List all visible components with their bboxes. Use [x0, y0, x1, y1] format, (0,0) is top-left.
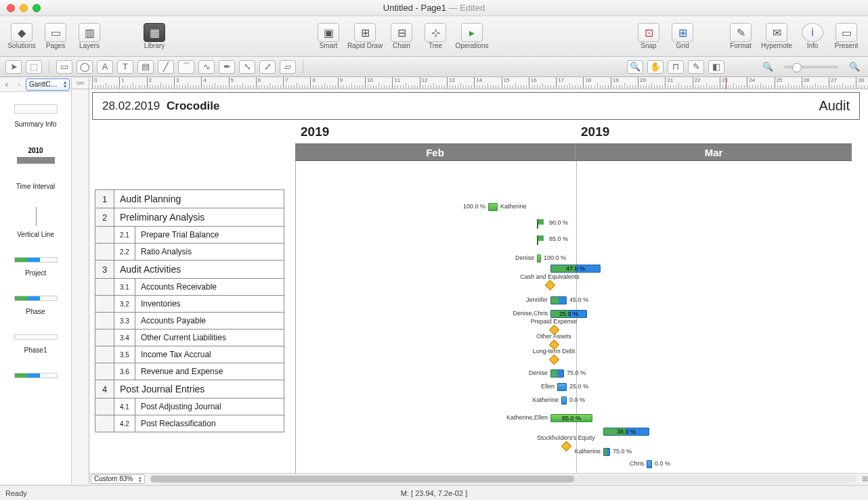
gantt-flag[interactable]	[537, 219, 546, 227]
hypernote-icon: ✉	[766, 23, 787, 42]
operations-button[interactable]: ▸Operations	[453, 19, 491, 54]
window-titlebar: Untitled - Page1 — Edited	[0, 0, 868, 16]
gantt-bar[interactable]	[488, 203, 498, 211]
table-row[interactable]: 3.4Other Current Liabilities	[95, 329, 284, 346]
smart-button[interactable]: ▣Smart	[312, 19, 345, 54]
zoom-slider[interactable]	[784, 66, 838, 68]
minimize-icon[interactable]	[20, 4, 28, 12]
zoom-in-icon[interactable]: 🔍	[846, 60, 863, 74]
library-select[interactable]: GanttC… ▴▾	[26, 78, 70, 91]
present-button[interactable]: ▭Present	[830, 19, 863, 54]
lib-item-summary[interactable]: Summary Info	[0, 104, 71, 128]
pan-tool-icon[interactable]: ✋	[647, 60, 664, 74]
hypernote-button[interactable]: ✉Hypernote	[758, 19, 795, 54]
expand-icon[interactable]: ⊞	[862, 474, 868, 483]
task-name: Preliminary Analysis	[114, 208, 284, 227]
zoom-tool-icon[interactable]: 🔍	[627, 60, 643, 74]
textbox-tool[interactable]: T	[117, 60, 133, 74]
ellipse-tool[interactable]: ◯	[77, 60, 93, 74]
table-row[interactable]: 4.1Post Adjusting Journal	[95, 399, 284, 415]
library-button[interactable]: ▦Library	[138, 19, 171, 54]
gantt-bar-text: 47.0 %	[550, 265, 601, 273]
gantt-bar[interactable]	[557, 383, 567, 391]
text-tool[interactable]: A	[97, 60, 113, 74]
eyedropper-tool-icon[interactable]: ✎	[688, 60, 704, 74]
format-label: Format	[730, 42, 752, 49]
lib-item-phase[interactable]: Phase	[0, 296, 71, 315]
maximize-icon[interactable]	[32, 4, 41, 12]
pen-tool[interactable]: ✒	[219, 60, 235, 74]
table-row[interactable]: 3.3Accounts Payable	[95, 313, 284, 329]
horizontal-scrollbar[interactable]	[150, 475, 856, 483]
table-row[interactable]: 1Audit Planning	[95, 190, 284, 208]
lib-item-label: Time Interval	[0, 183, 71, 190]
nav-back-icon[interactable]: ‹	[1, 79, 12, 90]
milestone-diamond[interactable]	[545, 280, 556, 291]
task-num: 3.3	[114, 313, 135, 329]
updown-icon: ▴▾	[139, 476, 142, 482]
gantt-bar[interactable]	[537, 254, 541, 263]
stamp-tool-icon[interactable]: ⊓	[668, 60, 684, 74]
table-row[interactable]: 2.2Ratio Analysis	[95, 244, 284, 260]
present-label: Present	[835, 42, 858, 49]
chain-button[interactable]: ⊟Chain	[385, 19, 418, 54]
gantt-flag[interactable]	[537, 235, 546, 244]
layers-button[interactable]: ▥Layers	[73, 19, 106, 54]
table-row[interactable]: 3.5Income Tax Accrual	[95, 346, 284, 363]
traffic-lights	[0, 4, 41, 12]
gantt-bar[interactable]	[550, 296, 567, 304]
close-icon[interactable]	[7, 4, 15, 12]
zoom-out-icon[interactable]: 🔍	[760, 60, 776, 74]
gantt-bar[interactable]	[550, 369, 564, 378]
gantt-bar-label-left: Denise	[490, 369, 548, 376]
table-row[interactable]: 4.2Post Reclassification	[95, 415, 284, 432]
lib-item-time-interval[interactable]: 2010 Time Interval	[0, 147, 71, 190]
format-button[interactable]: ✎Format	[724, 19, 757, 54]
table-row[interactable]: 3.2Inventories	[95, 296, 284, 313]
smart-connector-tool[interactable]: ⤢	[259, 60, 276, 74]
task-name: Inventories	[135, 296, 284, 313]
canvas[interactable]: 28.02.2019 Crocodile Audit 2019 2019 Feb…	[89, 89, 868, 473]
lib-thumb-icon	[14, 257, 58, 263]
line-tool[interactable]: ╱	[158, 60, 174, 74]
solutions-icon: ◆	[11, 23, 32, 42]
pages-icon: ▭	[45, 23, 66, 42]
gantt-bar-label-left: Ellen	[496, 383, 555, 390]
gantt-bar[interactable]	[603, 448, 610, 456]
table-row[interactable]: 4Post Journal Entries	[95, 380, 284, 399]
tree-button[interactable]: ⊹Tree	[419, 19, 452, 54]
milestone-diamond[interactable]	[549, 355, 560, 365]
task-table: 1Audit Planning2Preliminary Analysis2.1P…	[95, 189, 284, 432]
table-row[interactable]: 2Preliminary Analysis	[95, 208, 284, 227]
eraser-tool-icon[interactable]: ◧	[708, 60, 724, 74]
shape-tool[interactable]: ▱	[280, 60, 296, 74]
grid-button[interactable]: ⊞Grid	[666, 19, 699, 54]
gantt-bar[interactable]	[647, 460, 652, 468]
note-tool[interactable]: ▤	[137, 60, 154, 74]
lib-item-phase1[interactable]: Phase1	[0, 334, 71, 354]
table-row[interactable]: 3.1Accounts Receivable	[95, 279, 284, 296]
marquee-tool[interactable]: ⬚	[26, 60, 42, 74]
nav-forward-icon[interactable]: ›	[14, 79, 24, 90]
pointer-tool[interactable]: ➤	[5, 60, 22, 74]
lib-item-extra[interactable]	[0, 373, 71, 378]
connector-tool[interactable]: ⤡	[239, 60, 255, 74]
rapid-draw-button[interactable]: ⊞Rapid Draw	[346, 19, 384, 54]
solutions-button[interactable]: ◆Solutions	[5, 19, 38, 54]
zoom-select[interactable]: Custom 83% ▴▾	[91, 474, 145, 484]
curve-tool[interactable]: ∿	[198, 60, 215, 74]
gantt-bar-label-right: 85.0 %	[549, 235, 568, 242]
task-column: 1Audit Planning2Preliminary Analysis2.1P…	[95, 189, 284, 432]
info-button[interactable]: iInfo	[796, 19, 829, 54]
table-row[interactable]: 3.6Revenue and Expense	[95, 363, 284, 380]
lib-item-project[interactable]: Project	[0, 257, 71, 277]
gantt-bar-text: 25.0 %	[550, 310, 587, 318]
table-row[interactable]: 2.1Prepare Trial Balance	[95, 227, 284, 244]
rect-tool[interactable]: ▭	[56, 60, 72, 74]
lib-item-vertical-line[interactable]: Vertical Line	[0, 209, 71, 238]
table-row[interactable]: 3Audit Activities	[95, 260, 284, 279]
gantt-bar[interactable]	[561, 396, 567, 405]
arc-tool[interactable]: ⌒	[178, 60, 194, 74]
pages-button[interactable]: ▭Pages	[39, 19, 72, 54]
snap-button[interactable]: ⊡Snap	[632, 19, 665, 54]
